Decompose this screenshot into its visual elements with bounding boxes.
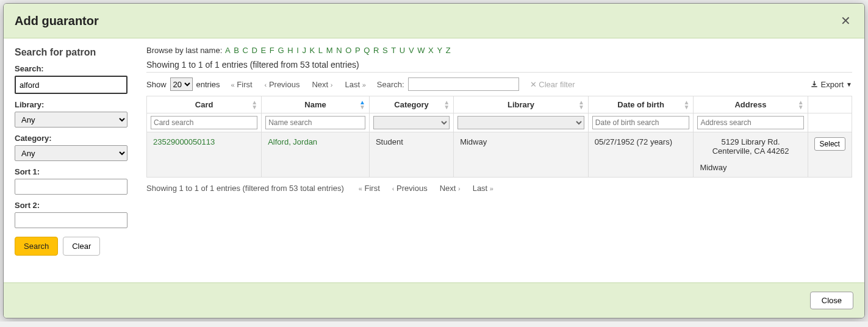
browse-letter-t[interactable]: T [391,46,396,55]
browse-letter-z[interactable]: Z [446,46,451,55]
browse-letter-n[interactable]: N [336,46,342,55]
col-category[interactable]: Category▲▼ [369,96,453,113]
pager-last[interactable]: Last » [345,80,366,89]
pager-last-bottom[interactable]: Last » [473,184,493,193]
clear-button[interactable]: Clear [63,237,100,256]
cell-category: Student [369,132,453,178]
filter-name-input[interactable] [265,116,365,129]
table-search-label: Search: [377,80,404,89]
sort-icon: ▲▼ [443,100,450,110]
table-row: 23529000050113 Alford, Jordan Student Mi… [147,132,852,178]
library-select[interactable]: Any [15,112,127,128]
pager-previous-bottom[interactable]: ‹ Previous [392,184,428,193]
browse-letter-s[interactable]: S [382,46,388,55]
show-entries: Show 20 entries [146,77,220,91]
pager-first[interactable]: « First [231,80,253,89]
browse-letter-c[interactable]: C [242,46,248,55]
sort1-label: Sort 1: [15,167,131,176]
browse-letter-b[interactable]: B [234,46,239,55]
export-button[interactable]: Export ▼ [810,80,852,89]
filter-dob-input[interactable] [592,116,690,129]
search-button[interactable]: Search [15,237,58,256]
cell-actions: Select [808,132,852,178]
clear-filter-button[interactable]: ✕ Clear filter [530,80,575,89]
browse-letter-y[interactable]: Y [437,46,442,55]
browse-letter-i[interactable]: I [296,46,299,55]
cell-name[interactable]: Alford, Jordan [262,132,370,178]
browse-letter-f[interactable]: F [270,46,274,55]
table-toolbar: Show 20 entries « First ‹ Previous Next … [146,77,852,91]
browse-letter-d[interactable]: D [252,46,257,55]
browse-letter-l[interactable]: L [318,46,323,55]
filter-info-bottom: Showing 1 to 1 of 1 entries (filtered fr… [146,184,344,193]
table-search-input[interactable] [408,77,519,91]
browse-label: Browse by last name: [146,46,224,55]
browse-letter-e[interactable]: E [261,46,267,55]
browse-by-lastname: Browse by last name: A B C D E F G H I J… [146,46,852,55]
show-label-pre: Show [146,80,167,89]
library-label: Library: [15,100,131,109]
col-actions [808,96,852,113]
modal-header: Add guarantor ✕ [4,4,864,38]
show-label-post: entries [196,80,220,89]
filter-library-select[interactable] [457,116,584,129]
col-card[interactable]: Card▲▼ [147,96,262,113]
close-button[interactable]: Close [810,292,853,309]
sort1-input[interactable] [15,179,127,195]
browse-letter-p[interactable]: P [355,46,360,55]
sidebar-heading: Search for patron [15,47,131,58]
add-guarantor-modal: Add guarantor ✕ Search for patron Search… [3,3,865,318]
browse-letter-j[interactable]: J [302,46,306,55]
x-icon: ✕ [530,80,537,89]
results-area: Browse by last name: A B C D E F G H I J… [142,38,864,282]
chevron-double-right-icon: » [490,185,493,192]
chevron-left-icon: ‹ [392,185,395,192]
table-search: Search: [377,77,519,91]
close-icon[interactable]: ✕ [838,11,853,31]
col-dob[interactable]: Date of birth▲▼ [588,96,694,113]
pager-previous[interactable]: ‹ Previous [265,80,300,89]
browse-letter-a[interactable]: A [225,46,231,55]
pager-next-bottom[interactable]: Next › [440,184,461,193]
filter-info-top: Showing 1 to 1 of 1 entries (filtered fr… [146,60,852,70]
select-button[interactable]: Select [814,137,845,151]
browse-letter-v[interactable]: V [409,46,414,55]
browse-letter-o[interactable]: O [345,46,351,55]
col-address[interactable]: Address▲▼ [694,96,808,113]
browse-letter-m[interactable]: M [326,46,333,55]
search-sidebar: Search for patron Search: Library: Any C… [4,38,142,282]
entries-select[interactable]: 20 [170,77,193,91]
address-line2: Centerville, CA 44262 [700,146,801,156]
search-label: Search: [15,64,131,73]
category-label: Category: [15,134,131,143]
filter-card-input[interactable] [151,116,257,129]
category-select[interactable]: Any [15,145,127,161]
browse-letter-k[interactable]: K [310,46,315,55]
col-name[interactable]: Name▲▼ [262,96,370,113]
browse-letter-q[interactable]: Q [364,46,370,55]
chevron-double-left-icon: « [231,81,235,88]
browse-letter-x[interactable]: X [428,46,434,55]
address-line1: 5129 Library Rd. [700,137,801,146]
pager-next[interactable]: Next › [312,80,332,89]
browse-letter-g[interactable]: G [278,46,284,55]
cell-card[interactable]: 23529000050113 [147,132,262,178]
chevron-double-left-icon: « [359,185,362,192]
modal-title: Add guarantor [15,14,99,28]
search-input[interactable] [15,76,127,94]
download-icon [810,80,819,88]
sort-icon: ▲▼ [251,100,257,110]
modal-footer: Close [4,282,864,318]
browse-letter-u[interactable]: U [400,46,405,55]
filter-category-select[interactable] [373,116,450,129]
separator [146,72,852,73]
browse-letter-r[interactable]: R [373,46,379,55]
pager-first-bottom[interactable]: « First [359,184,380,193]
browse-letter-w[interactable]: W [417,46,425,55]
col-library[interactable]: Library▲▼ [454,96,589,113]
modal-body: Search for patron Search: Library: Any C… [4,38,864,282]
sort-icon: ▲▼ [798,100,804,110]
sort2-input[interactable] [15,212,127,228]
filter-address-input[interactable] [697,116,803,129]
browse-letter-h[interactable]: H [287,46,293,55]
